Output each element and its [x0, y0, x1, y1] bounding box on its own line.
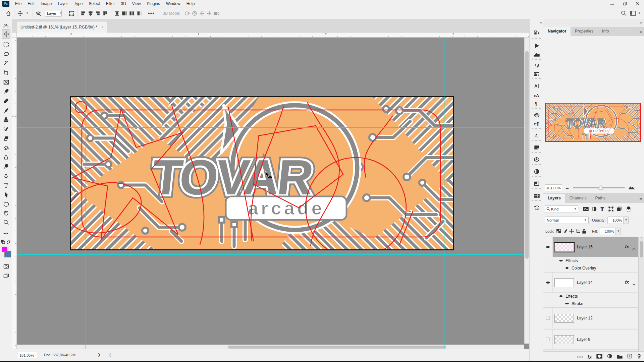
layer-name[interactable]: Layer 12	[577, 316, 593, 320]
document-canvas[interactable]	[70, 96, 454, 250]
link-layers-icon[interactable]	[577, 354, 583, 360]
quick-mask-icon[interactable]	[2, 262, 10, 270]
vertical-guide[interactable]	[444, 38, 444, 349]
layer-name[interactable]: Layer 9	[577, 337, 590, 342]
panel-menu-icon[interactable]: ≡	[639, 196, 642, 201]
object-selection-tool[interactable]	[2, 59, 10, 67]
fill-value-field[interactable]: 100%	[600, 228, 616, 235]
glyphs-panel-icon[interactable]: A	[533, 92, 541, 99]
restore-button[interactable]	[619, 0, 631, 7]
spot-healing-brush-tool[interactable]	[2, 97, 10, 105]
tab-close-icon[interactable]: ×	[101, 25, 104, 29]
tab-info[interactable]: Info	[598, 27, 613, 36]
align-right-icon[interactable]	[94, 10, 102, 17]
3d-panel-icon[interactable]	[533, 156, 541, 163]
expand-dock-icon[interactable]: »	[640, 20, 641, 24]
auto-select-mode-dropdown[interactable]: Layer ▼	[45, 10, 62, 17]
fx-badge[interactable]: fx	[625, 280, 629, 285]
blend-mode-dropdown[interactable]: Normal ▼	[545, 217, 589, 224]
pan-3d-icon[interactable]	[198, 10, 206, 17]
layer-mask-icon[interactable]	[596, 354, 602, 360]
filter-smart-objects-icon[interactable]	[615, 206, 623, 213]
brush-tool[interactable]	[2, 106, 10, 114]
new-group-icon[interactable]	[617, 354, 623, 360]
distribute-2-icon[interactable]	[121, 10, 128, 17]
distribute-1-icon[interactable]	[113, 10, 121, 17]
swap-colors-icon[interactable]	[6, 238, 11, 246]
vertical-scrollbar-thumb[interactable]	[525, 51, 529, 259]
filter-type-layers-icon[interactable]: T	[598, 206, 606, 213]
menu-help[interactable]: Help	[183, 1, 198, 7]
dodge-tool[interactable]	[2, 163, 10, 171]
filter-shape-layers-icon[interactable]	[607, 206, 615, 213]
history-panel-icon[interactable]	[533, 29, 541, 37]
minimize-button[interactable]	[606, 0, 619, 7]
snapshots-panel-icon[interactable]	[533, 204, 541, 212]
distribute-3-icon[interactable]	[128, 10, 136, 17]
visibility-toggle[interactable]	[559, 259, 563, 262]
swatches-panel-icon[interactable]	[533, 112, 541, 119]
libraries-panel-icon[interactable]	[533, 180, 541, 187]
type-tool[interactable]	[2, 181, 10, 189]
filter-pixel-layers-icon[interactable]	[582, 206, 590, 213]
layer-thumbnail[interactable]	[554, 314, 574, 323]
crop-tool[interactable]	[2, 69, 10, 77]
roll-3d-icon[interactable]	[191, 10, 198, 17]
filter-kind-dropdown[interactable]: Kind ▼	[545, 205, 578, 213]
toolbar-collapse-icon[interactable]	[2, 21, 10, 29]
timeline-panel-icon[interactable]	[533, 192, 541, 199]
layer-name[interactable]: Layer 14	[577, 280, 593, 285]
menu-type[interactable]: Type	[71, 1, 86, 7]
toolbar-ellipsis-icon[interactable]: •••	[2, 230, 10, 238]
menu-plugins[interactable]: Plugins	[144, 1, 163, 7]
home-icon[interactable]	[5, 10, 12, 17]
navigator-proxy-view[interactable]	[545, 103, 641, 142]
scroll-down-icon[interactable]: ⌄	[640, 346, 643, 349]
filter-adjustment-layers-icon[interactable]	[590, 206, 598, 213]
zoom-in-icon[interactable]	[628, 185, 635, 190]
tab-channels[interactable]: Channels	[565, 194, 591, 203]
layer-row-layer12[interactable]: Layer 12	[543, 308, 638, 328]
clone-stamp-tool[interactable]	[2, 116, 10, 124]
layer-name[interactable]: Layer 15	[577, 245, 593, 249]
brushes-panel-icon[interactable]	[533, 70, 541, 77]
screen-mode-icon[interactable]	[2, 272, 10, 280]
horizontal-guide[interactable]	[17, 127, 524, 128]
actions-panel-icon[interactable]	[533, 42, 541, 49]
menu-view[interactable]: View	[129, 1, 144, 7]
pen-tool[interactable]	[2, 172, 10, 180]
auto-select-icon[interactable]	[35, 10, 42, 17]
horizontal-guide[interactable]	[17, 254, 524, 255]
lasso-tool[interactable]	[2, 50, 10, 58]
lock-pixels-icon[interactable]	[562, 228, 568, 234]
align-top-icon[interactable]	[102, 10, 109, 17]
lock-artboard-icon[interactable]	[575, 228, 581, 234]
menu-select[interactable]: Select	[86, 1, 103, 7]
rectangular-marquee-tool[interactable]	[2, 41, 10, 49]
visibility-toggle[interactable]	[565, 266, 569, 269]
scroll-up-icon[interactable]: ⌃	[640, 237, 643, 240]
panel-menu-icon[interactable]: ≡	[639, 29, 642, 34]
adjustments-panel-icon[interactable]	[533, 168, 541, 175]
horizontal-scrollbar-thumb[interactable]	[228, 346, 446, 349]
tab-paths[interactable]: Paths	[591, 194, 610, 203]
effects-row[interactable]: Effects	[543, 293, 638, 300]
stroke-row[interactable]: Stroke	[543, 300, 638, 307]
visibility-toggle[interactable]	[543, 273, 553, 292]
orbit-3d-icon[interactable]	[183, 10, 191, 17]
status-zoom-field[interactable]: 161,05%	[18, 352, 38, 358]
menu-edit[interactable]: Edit	[24, 1, 38, 7]
visibility-toggle[interactable]	[559, 295, 563, 298]
menu-window[interactable]: Window	[163, 1, 183, 7]
paragraph-styles-panel-icon[interactable]: ¶	[533, 120, 541, 127]
eraser-tool[interactable]	[2, 134, 10, 142]
move-tool[interactable]	[2, 29, 10, 39]
opacity-chevron-icon[interactable]: ▼	[624, 217, 629, 224]
canvas-viewport[interactable]	[17, 38, 529, 349]
new-layer-icon[interactable]	[627, 354, 632, 360]
collapse-effects-chevron[interactable]	[632, 245, 636, 251]
filter-toggle-pill[interactable]	[625, 206, 633, 213]
lock-transparency-icon[interactable]	[555, 228, 562, 234]
background-color-swatch[interactable]	[4, 251, 11, 257]
menu-3d[interactable]: 3D	[118, 1, 129, 7]
